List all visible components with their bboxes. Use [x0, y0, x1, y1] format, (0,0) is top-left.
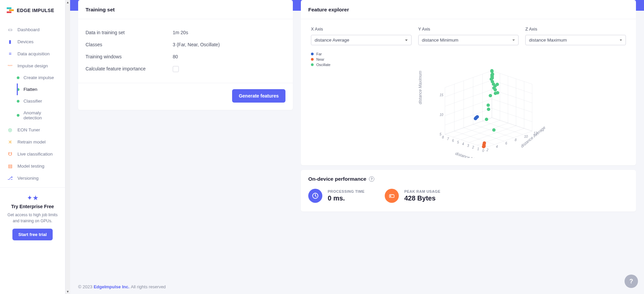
svg-text:2: 2: [472, 145, 474, 149]
feature-importance-checkbox[interactable]: [173, 66, 179, 72]
svg-line-24: [445, 134, 485, 148]
nav-eon-tuner[interactable]: ◎EON Tuner: [0, 124, 65, 136]
svg-line-28: [464, 128, 504, 141]
kv-label: Data in training set: [86, 30, 173, 35]
svg-point-83: [496, 83, 499, 86]
legend-near[interactable]: Near: [311, 57, 331, 61]
dot-icon: [17, 88, 19, 91]
start-trial-button[interactable]: Start free trial: [12, 229, 53, 240]
logo[interactable]: EDGE IMPULSE: [0, 0, 65, 20]
perf-value: 0 ms.: [328, 194, 365, 202]
x-axis-select[interactable]: distance Average: [311, 35, 412, 45]
y-axis-select[interactable]: distance Minimum: [418, 35, 519, 45]
z-axis-label: Z Axis: [525, 26, 626, 32]
bolt-icon: ☋: [7, 151, 13, 157]
nav-flatten[interactable]: Flatten: [17, 83, 65, 95]
svg-rect-89: [390, 195, 391, 197]
footer-rest: All rights reserved: [131, 284, 166, 289]
nav-live-classification[interactable]: ☋Live classification: [0, 148, 65, 160]
svg-line-29: [469, 126, 516, 142]
nav-dashboard[interactable]: ▭Dashboard: [0, 23, 65, 36]
footer-link[interactable]: EdgeImpulse Inc.: [94, 284, 129, 289]
svg-text:2: 2: [486, 148, 489, 152]
nav-versioning[interactable]: ⎇Versioning: [0, 172, 65, 184]
star-icon: ✦★: [5, 194, 60, 202]
svg-line-3: [445, 90, 492, 106]
svg-text:6: 6: [452, 139, 454, 142]
svg-line-32: [483, 121, 523, 134]
legend-oscillate[interactable]: Oscillate: [311, 63, 331, 67]
kv-row-data: Data in training set 1m 20s: [86, 26, 285, 39]
help-icon[interactable]: ?: [369, 176, 374, 182]
svg-point-80: [491, 72, 494, 76]
svg-point-84: [496, 91, 499, 95]
nav-create-impulse[interactable]: Create impulse: [17, 72, 65, 83]
nav-data-acquisition[interactable]: ≡Data acquisition: [0, 48, 65, 60]
dot-icon: [311, 53, 314, 55]
target-icon: ◎: [7, 127, 13, 132]
svg-text:8: 8: [442, 135, 444, 139]
clock-icon: [308, 189, 322, 203]
svg-text:1: 1: [477, 147, 479, 151]
nav-label: Flatten: [23, 87, 37, 92]
svg-line-2: [445, 99, 492, 116]
enterprise-subtitle: Get access to high job limits and traini…: [5, 212, 60, 224]
nav-anomaly-detection[interactable]: Anomaly detection: [17, 107, 65, 124]
performance-card: On-device performance ? PROCESSING TIME …: [301, 170, 636, 212]
svg-text:4: 4: [462, 142, 464, 146]
nav-devices[interactable]: ▮Devices: [0, 36, 65, 48]
logo-text: EDGE IMPULSE: [17, 8, 54, 13]
svg-text:0: 0: [482, 149, 484, 153]
nav-classifier[interactable]: Classifier: [17, 95, 65, 107]
nav-label: Retrain model: [17, 139, 46, 144]
z-axis-select[interactable]: distance Maximum: [525, 35, 626, 45]
kv-value: 3 (Far, Near, Oscillate): [173, 42, 220, 47]
svg-point-65: [492, 128, 496, 132]
svg-text:15: 15: [440, 93, 444, 97]
svg-text:distance Maximum: distance Maximum: [418, 71, 423, 104]
kv-row-feature-importance: Calculate feature importance: [86, 63, 285, 75]
sub-nav: Create impulse Flatten Classifier Anomal…: [0, 72, 65, 124]
nav-model-testing[interactable]: ▤Model testing: [0, 160, 65, 172]
svg-line-31: [461, 123, 508, 140]
nav-label: EON Tuner: [17, 127, 40, 132]
svg-text:10: 10: [440, 113, 444, 117]
perf-label: PROCESSING TIME: [328, 189, 365, 193]
sidebar: EDGE IMPULSE ▭Dashboard ▮Devices ≡Data a…: [0, 0, 65, 294]
svg-point-86: [492, 86, 496, 90]
svg-point-68: [487, 104, 490, 107]
perf-label: PEAK RAM USAGE: [404, 189, 440, 193]
kv-label: Calculate feature importance: [86, 66, 173, 72]
kv-row-classes: Classes 3 (Far, Near, Oscillate): [86, 39, 285, 51]
main: Training set Data in training set 1m 20s…: [70, 0, 644, 294]
dot-icon: [311, 58, 314, 61]
nav-impulse-design[interactable]: 〰Impulse design: [0, 60, 65, 72]
sidebar-scrollbar[interactable]: ▲ ▼: [65, 0, 70, 294]
enterprise-title: Try Enterprise Free: [5, 204, 60, 209]
scroll-down-icon[interactable]: ▼: [65, 289, 70, 294]
svg-line-4: [445, 80, 492, 97]
help-fab[interactable]: ?: [625, 275, 638, 288]
svg-text:10: 10: [524, 135, 528, 138]
dot-icon: [17, 100, 19, 103]
svg-text:distance Average: distance Average: [520, 125, 546, 149]
perf-value: 428 Bytes: [404, 194, 440, 202]
nav-label: Impulse design: [17, 63, 48, 68]
pulse-icon: 〰: [7, 63, 13, 68]
devices-icon: ▮: [7, 39, 13, 44]
footer: © 2023 EdgeImpulse Inc. All rights reser…: [70, 280, 174, 294]
scroll-up-icon[interactable]: ▲: [65, 0, 70, 5]
nav-label: Data acquisition: [17, 51, 50, 56]
dot-icon: [17, 114, 19, 117]
nav-label: Classifier: [23, 99, 42, 104]
svg-point-60: [476, 115, 479, 119]
kv-row-windows: Training windows 80: [86, 51, 285, 63]
scatter-3d-plot[interactable]: 5101524681012012345678distance Maximumdi…: [338, 51, 626, 158]
legend: Far Near Oscillate: [311, 51, 331, 158]
generate-features-button[interactable]: Generate features: [232, 89, 285, 103]
legend-far[interactable]: Far: [311, 52, 331, 56]
nav-retrain-model[interactable]: ⤨Retrain model: [0, 136, 65, 148]
svg-text:5: 5: [457, 140, 459, 144]
svg-text:4: 4: [496, 145, 498, 149]
branch-icon: ⎇: [7, 175, 13, 181]
